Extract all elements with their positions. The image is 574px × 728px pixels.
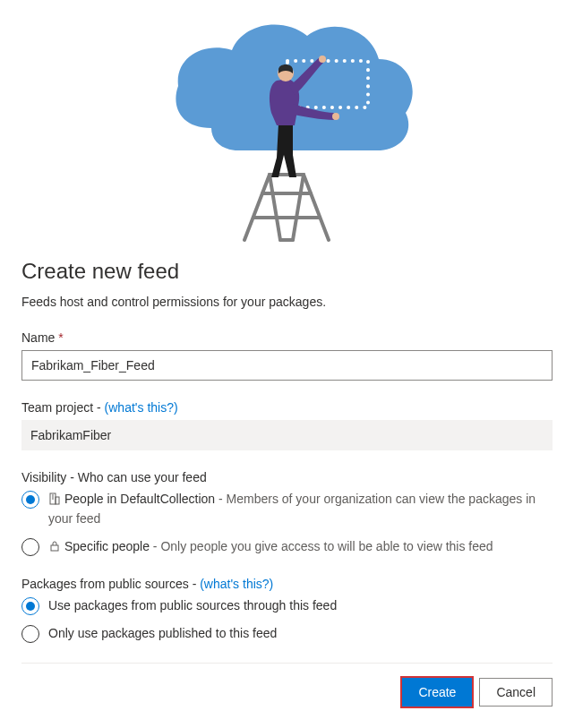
svg-line-3: [270, 175, 280, 240]
required-asterisk: *: [58, 330, 63, 345]
radio-indicator: [21, 625, 39, 643]
svg-point-9: [319, 56, 326, 63]
organization-icon: [48, 492, 61, 510]
visibility-option-org[interactable]: People in DefaultCollection - Members of…: [21, 490, 553, 528]
visibility-option-label: Specific people - Only people you give a…: [48, 537, 553, 557]
page-subtitle: Feeds host and control permissions for y…: [21, 295, 553, 309]
public-sources-option-only[interactable]: Only use packages published to this feed: [21, 624, 553, 643]
visibility-heading: Visibility - Who can use your feed: [21, 470, 553, 484]
public-sources-option-use[interactable]: Use packages from public sources through…: [21, 596, 553, 615]
svg-point-10: [332, 113, 339, 120]
divider: [21, 663, 553, 664]
svg-line-4: [293, 175, 304, 240]
button-bar: Create Cancel: [21, 678, 553, 707]
public-sources-heading: Packages from public sources - (what's t…: [21, 577, 553, 591]
team-project-section: Team project - (what's this?) FabrikamFi…: [21, 400, 553, 450]
visibility-section: Visibility - Who can use your feed Peopl…: [21, 470, 553, 557]
page-title: Create new feed: [21, 259, 553, 284]
team-project-label: Team project - (what's this?): [21, 400, 553, 415]
visibility-option-label: People in DefaultCollection - Members of…: [48, 490, 553, 528]
team-project-value: FabrikamFiber: [21, 420, 553, 450]
radio-indicator: [21, 491, 39, 509]
public-sources-option-label: Use packages from public sources through…: [48, 596, 553, 614]
public-sources-option-label: Only use packages published to this feed: [48, 624, 553, 642]
svg-line-2: [304, 175, 329, 240]
radio-indicator: [21, 597, 39, 615]
create-button[interactable]: Create: [402, 678, 472, 707]
name-input[interactable]: [21, 350, 553, 381]
svg-line-1: [244, 175, 270, 240]
team-project-help-link[interactable]: (what's this?): [105, 400, 178, 415]
lock-icon: [48, 539, 61, 557]
radio-indicator: [21, 538, 39, 556]
visibility-option-specific[interactable]: Specific people - Only people you give a…: [21, 537, 553, 557]
svg-rect-17: [51, 545, 58, 551]
public-sources-section: Packages from public sources - (what's t…: [21, 577, 553, 643]
name-label: Name *: [21, 330, 553, 345]
public-sources-help-link[interactable]: (what's this?): [200, 577, 273, 591]
cancel-button[interactable]: Cancel: [479, 678, 553, 707]
svg-rect-13: [56, 497, 59, 504]
name-field-section: Name *: [21, 330, 553, 381]
hero-illustration: [21, 0, 553, 244]
